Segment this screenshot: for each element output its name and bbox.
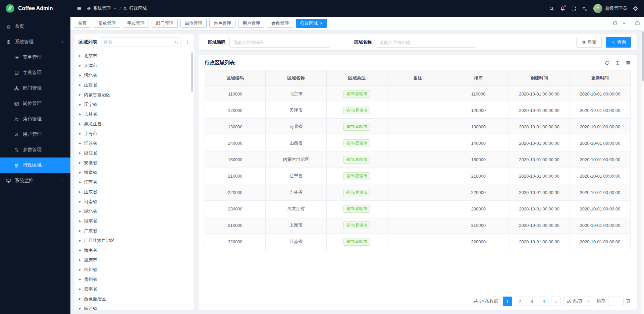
table-row[interactable]: 110000 北京市 省市/直辖市 110000 2020-10-01 00:0… bbox=[205, 86, 631, 102]
density-icon[interactable] bbox=[615, 60, 620, 65]
tab[interactable]: 首页 × bbox=[74, 19, 91, 28]
column-header[interactable]: 更新时间 bbox=[570, 70, 630, 86]
tree-item[interactable]: ▸ 河北省 bbox=[74, 70, 194, 80]
sidebar-item-param-mgmt[interactable]: 参数管理 bbox=[0, 142, 70, 158]
tab[interactable]: 部门管理 × bbox=[152, 19, 178, 28]
tree-item[interactable]: ▸ 北京市 bbox=[74, 51, 194, 61]
column-settings-gear-icon[interactable] bbox=[626, 60, 631, 65]
caret-right-icon[interactable]: ▸ bbox=[79, 161, 81, 165]
tree-search-box[interactable] bbox=[101, 38, 181, 47]
settings-gear-icon[interactable] bbox=[633, 6, 638, 11]
caret-right-icon[interactable]: ▸ bbox=[79, 200, 81, 203]
tab-close-icon[interactable]: × bbox=[320, 21, 323, 25]
tree-item[interactable]: ▸ 黑龙江省 bbox=[74, 119, 194, 129]
next-page-button[interactable]: › bbox=[551, 297, 560, 306]
search-icon[interactable] bbox=[549, 6, 554, 11]
caret-right-icon[interactable]: ▸ bbox=[79, 132, 81, 135]
table-row[interactable]: 220000 吉林省 省市/直辖市 220000 2020-10-01 00:0… bbox=[205, 184, 631, 201]
app-logo[interactable]: Coffee Admin bbox=[0, 4, 70, 13]
caret-right-icon[interactable]: ▸ bbox=[79, 54, 81, 58]
caret-right-icon[interactable]: ▸ bbox=[79, 64, 81, 67]
table-row[interactable]: 120000 天津市 省市/直辖市 120000 2020-10-01 00:0… bbox=[205, 102, 631, 119]
tree-item[interactable]: ▸ 辽宁省 bbox=[74, 100, 194, 109]
caret-right-icon[interactable]: ▸ bbox=[79, 307, 81, 310]
caret-right-icon[interactable]: ▸ bbox=[79, 239, 81, 242]
page-number-button[interactable]: 2 bbox=[515, 297, 524, 306]
table-row[interactable]: 230000 黑龙江省 省市/直辖市 230000 2020-10-01 00:… bbox=[205, 201, 631, 217]
caret-right-icon[interactable]: ▸ bbox=[79, 287, 81, 291]
tree-item[interactable]: ▸ 湖南省 bbox=[74, 216, 194, 226]
region-name-input[interactable] bbox=[376, 37, 476, 48]
caret-right-icon[interactable]: ▸ bbox=[79, 248, 81, 252]
user-menu[interactable]: 超级管理员 bbox=[593, 4, 627, 13]
tree-item[interactable]: ▸ 广西壮族自治区 bbox=[74, 236, 194, 245]
caret-right-icon[interactable]: ▸ bbox=[79, 190, 81, 194]
column-header[interactable]: 排序 bbox=[448, 70, 509, 86]
caret-right-icon[interactable]: ▸ bbox=[79, 229, 81, 233]
tree-item[interactable]: ▸ 江西省 bbox=[74, 177, 194, 187]
tab[interactable]: 角色管理 × bbox=[209, 19, 235, 28]
caret-right-icon[interactable]: ▸ bbox=[79, 141, 81, 145]
page-number-button[interactable]: 1 bbox=[503, 297, 512, 306]
sidebar-item-dept-mgmt[interactable]: 部门管理 bbox=[0, 80, 70, 96]
table-row[interactable]: 320000 江苏省 省市/直辖市 320000 2020-10-01 00:0… bbox=[205, 234, 631, 250]
layout-icon[interactable] bbox=[635, 21, 640, 26]
table-row[interactable]: 210000 辽宁省 省市/直辖市 210000 2020-10-01 00:0… bbox=[205, 168, 631, 184]
tab-menu-chevron-icon[interactable] bbox=[622, 21, 627, 26]
tree-item[interactable]: ▸ 山西省 bbox=[74, 80, 194, 90]
caret-right-icon[interactable]: ▸ bbox=[79, 297, 81, 301]
tab[interactable]: 菜单管理 × bbox=[94, 19, 120, 28]
tree-item[interactable]: ▸ 吉林省 bbox=[74, 109, 194, 119]
caret-right-icon[interactable]: ▸ bbox=[79, 103, 81, 106]
page-scrollbar-thumb[interactable] bbox=[642, 31, 644, 81]
caret-right-icon[interactable]: ▸ bbox=[79, 277, 81, 281]
table-row[interactable]: 140000 山西省 省市/直辖市 140000 2020-10-01 00:0… bbox=[205, 135, 631, 151]
caret-right-icon[interactable]: ▸ bbox=[79, 112, 81, 116]
sidebar-item-dict-mgmt[interactable]: 字典管理 bbox=[0, 65, 70, 80]
table-row[interactable]: 150000 内蒙古自治区 省市/直辖市 150000 2020-10-01 0… bbox=[205, 151, 631, 168]
tree-item[interactable]: ▸ 重庆市 bbox=[74, 255, 194, 265]
tab[interactable]: 参数管理 × bbox=[267, 19, 293, 28]
tree-item[interactable]: ▸ 安徽省 bbox=[74, 158, 194, 168]
query-button[interactable]: 查询 bbox=[606, 37, 631, 48]
caret-right-icon[interactable]: ▸ bbox=[79, 83, 81, 87]
caret-right-icon[interactable]: ▸ bbox=[79, 209, 81, 213]
tree-item[interactable]: ▸ 海南省 bbox=[74, 245, 194, 255]
caret-right-icon[interactable]: ▸ bbox=[79, 171, 81, 174]
column-header[interactable]: 区域名称 bbox=[266, 70, 326, 86]
tree-item[interactable]: ▸ 内蒙古自治区 bbox=[74, 90, 194, 100]
caret-right-icon[interactable]: ▸ bbox=[79, 180, 81, 184]
tree-scrollbar-thumb[interactable] bbox=[191, 52, 193, 92]
page-jump-input[interactable] bbox=[608, 297, 624, 306]
tree-item[interactable]: ▸ 河南省 bbox=[74, 197, 194, 206]
tab[interactable]: 行政区域 × bbox=[296, 19, 327, 28]
tab[interactable]: 岗位管理 × bbox=[180, 19, 207, 28]
sidebar-group-system[interactable]: 系统管理 bbox=[0, 34, 70, 50]
column-header[interactable]: 备注 bbox=[387, 70, 448, 86]
page-number-button[interactable]: 3 bbox=[527, 297, 536, 306]
tree-item[interactable]: ▸ 贵州省 bbox=[74, 274, 194, 284]
caret-right-icon[interactable]: ▸ bbox=[79, 93, 81, 97]
tree-item[interactable]: ▸ 浙江省 bbox=[74, 148, 194, 158]
caret-right-icon[interactable]: ▸ bbox=[79, 122, 81, 126]
tree-item[interactable]: ▸ 江苏省 bbox=[74, 138, 194, 148]
sidebar-item-role-mgmt[interactable]: 角色管理 bbox=[0, 111, 70, 127]
tree-item[interactable]: ▸ 天津市 bbox=[74, 61, 194, 70]
breadcrumb[interactable]: 系统管理 / 行政区域 bbox=[87, 5, 147, 11]
sidebar-collapse-icon[interactable] bbox=[76, 6, 82, 11]
more-vertical-icon[interactable] bbox=[185, 40, 190, 45]
sidebar-item-post-mgmt[interactable]: 岗位管理 bbox=[0, 96, 70, 111]
reset-button[interactable]: 重置 bbox=[576, 37, 602, 48]
table-row[interactable]: 130000 河北省 省市/直辖市 130000 2020-10-01 00:0… bbox=[205, 119, 631, 135]
translate-icon[interactable]: 文A bbox=[582, 6, 587, 11]
tree-item[interactable]: ▸ 广东省 bbox=[74, 226, 194, 236]
page-size-select[interactable]: 10 条/页 bbox=[563, 297, 594, 306]
sidebar-item-home[interactable]: 首页 bbox=[0, 19, 70, 34]
tree-item[interactable]: ▸ 四川省 bbox=[74, 265, 194, 274]
tree-item[interactable]: ▸ 福建省 bbox=[74, 168, 194, 177]
page-number-button[interactable]: 4 bbox=[539, 297, 548, 306]
column-header[interactable]: 区域编码 bbox=[205, 70, 266, 86]
page-scrollbar[interactable] bbox=[641, 30, 644, 314]
sidebar-item-user-mgmt[interactable]: 用户管理 bbox=[0, 127, 70, 142]
caret-right-icon[interactable]: ▸ bbox=[79, 258, 81, 262]
